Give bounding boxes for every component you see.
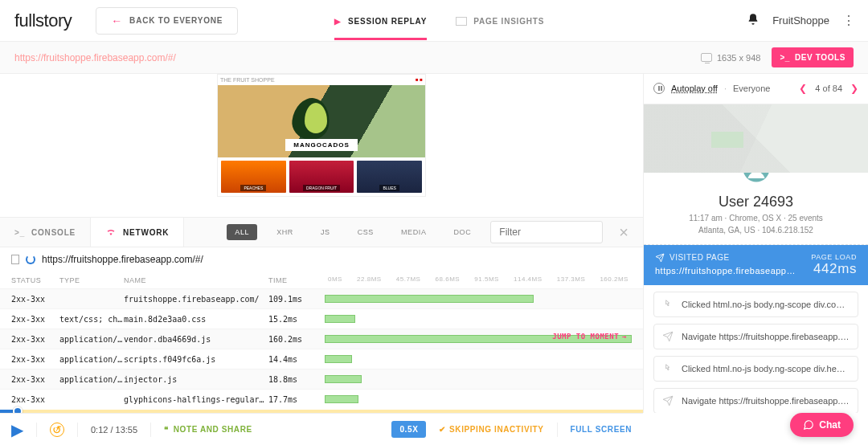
- play-bar: ▶ 7 0:12 / 13:55 ❝ NOTE AND SHARE 0.5X ✔…: [0, 413, 643, 445]
- pause-icon[interactable]: [653, 83, 665, 94]
- logo: fullstory: [14, 10, 72, 31]
- rewind-button[interactable]: 7: [50, 423, 64, 437]
- hero-label: MANGOCADOS: [285, 139, 358, 151]
- tab-network[interactable]: NETWORK: [90, 218, 184, 247]
- playback-time: 0:12 / 13:55: [91, 425, 137, 435]
- chat-widget[interactable]: Chat: [790, 413, 854, 437]
- wifi-icon: [105, 227, 117, 237]
- thumb: DRAGON FRUIT: [289, 161, 354, 193]
- tab-session-replay[interactable]: ▶ SESSION REPLAY: [334, 2, 427, 39]
- quote-icon: ❝: [164, 425, 169, 434]
- monitor-icon: [701, 53, 712, 62]
- reload-icon[interactable]: [26, 255, 35, 264]
- event-item[interactable]: Navigate https://fruitshoppe.firebaseapp…: [653, 324, 858, 349]
- skip-inactivity-toggle[interactable]: ✔ SKIPPING INACTIVITY: [439, 425, 543, 434]
- recorded-page: THE FRUIT SHOPPE■ ■ MANGOCADOS PEACHES D…: [217, 74, 426, 197]
- chat-bubble-icon: [803, 419, 814, 431]
- document-icon: [11, 255, 19, 264]
- arrow-left-icon: ←: [111, 14, 123, 27]
- thumb: BLUES: [357, 161, 422, 193]
- tab-console[interactable]: >_ CONSOLE: [0, 218, 90, 247]
- tab-page-insights[interactable]: PAGE INSIGHTS: [456, 2, 544, 39]
- kebab-menu-icon[interactable]: ⋮: [842, 13, 854, 28]
- devtools-tabs: >_ CONSOLE NETWORK ALL XHR JS CSS MEDIA …: [0, 217, 643, 247]
- event-item[interactable]: Clicked html.no-js body.ng-scope div.hea…: [653, 356, 858, 382]
- filter-all[interactable]: ALL: [227, 224, 257, 240]
- top-right: FruitShoppe ⋮: [747, 13, 854, 29]
- network-row[interactable]: 2xx-3xxglyphicons-halflings-regular.wof1…: [0, 389, 643, 409]
- top-bar: fullstory ← BACK TO EVERYONE ▶ SESSION R…: [0, 0, 868, 42]
- session-position: 4 of 84: [815, 84, 842, 93]
- event-item[interactable]: Navigate https://fruitshoppe.firebaseapp…: [653, 388, 858, 413]
- segment-label: Everyone: [733, 84, 770, 93]
- autoplay-toggle[interactable]: Autoplay off: [671, 84, 718, 93]
- fullscreen-button[interactable]: FULL SCREEN: [571, 425, 632, 434]
- url-bar: https://fruitshoppe.firebaseapp.com/#/ 1…: [0, 42, 868, 74]
- network-row[interactable]: 2xx-3xxapplication/…injector.js18.8ms: [0, 369, 643, 389]
- user-meta-2: Atlanta, GA, US · 104.6.218.152: [653, 226, 858, 235]
- navigate-icon: [662, 331, 674, 342]
- session-url: https://fruitshoppe.firebaseapp.com/#/: [14, 52, 176, 63]
- account-name[interactable]: FruitShoppe: [772, 14, 829, 27]
- network-row[interactable]: 2xx-3xxapplication/…scripts.f049fc6a.js1…: [0, 349, 643, 369]
- back-label: BACK TO EVERYONE: [129, 16, 223, 25]
- filter-js[interactable]: JS: [313, 224, 338, 240]
- user-meta-1: 11:17 am · Chrome, OS X · 25 events: [653, 214, 858, 222]
- playback-speed-button[interactable]: 0.5X: [391, 421, 426, 438]
- event-item[interactable]: Clicked html.no-js body.ng-scope div.con…: [653, 292, 858, 317]
- request-url: https://fruitshoppe.firebaseapp.com/#/: [42, 254, 203, 265]
- timeline-ticks: 0ms22.8ms45.7ms68.6ms91.5ms114.4ms137.3m…: [325, 276, 632, 284]
- user-name[interactable]: User 24693: [653, 194, 858, 210]
- network-table: STATUS TYPE NAME TIME 0ms22.8ms45.7ms68.…: [0, 271, 643, 409]
- network-row[interactable]: 2xx-3xxapplication/…vendor.dba4669d.js16…: [0, 329, 643, 349]
- right-sidebar: Autoplay off · Everyone ❮ 4 of 84 ❯ User…: [643, 74, 868, 413]
- filter-css[interactable]: CSS: [350, 224, 382, 240]
- notifications-icon[interactable]: [747, 13, 760, 29]
- filter-doc[interactable]: DOC: [446, 224, 480, 240]
- paper-plane-icon: [655, 253, 665, 263]
- tab-session-replay-label: SESSION REPLAY: [348, 17, 427, 26]
- request-url-row: https://fruitshoppe.firebaseapp.com/#/: [0, 247, 643, 271]
- note-and-share-button[interactable]: ❝ NOTE AND SHARE: [164, 425, 252, 434]
- play-button[interactable]: ▶: [11, 420, 23, 439]
- thumb: PEACHES: [221, 161, 286, 193]
- play-icon: ▶: [334, 17, 342, 26]
- next-session-button[interactable]: ❯: [850, 83, 858, 94]
- user-location-map: [644, 104, 868, 173]
- tab-page-insights-label: PAGE INSIGHTS: [473, 17, 544, 26]
- check-icon: ✔: [439, 425, 446, 434]
- dev-tools-button[interactable]: >_ DEV TOOLS: [772, 47, 854, 67]
- replay-canvas: THE FRUIT SHOPPE■ ■ MANGOCADOS PEACHES D…: [0, 74, 643, 217]
- terminal-icon: >_: [780, 53, 790, 62]
- close-devtools-icon[interactable]: ×: [614, 223, 633, 242]
- filter-input[interactable]: [490, 221, 603, 243]
- network-row[interactable]: 2xx-3xxfruitshoppe.firebaseapp.com/109.1…: [0, 288, 643, 308]
- navigate-icon: [662, 395, 674, 406]
- hero-image: MANGOCADOS: [218, 85, 425, 157]
- arrow-right-icon: →: [622, 333, 627, 341]
- prev-session-button[interactable]: ❮: [799, 83, 807, 94]
- click-icon: [662, 299, 674, 310]
- network-row[interactable]: 2xx-3xxtext/css; ch…main.8d2e3aa0.css15.…: [0, 308, 643, 329]
- click-icon: [662, 363, 674, 374]
- back-to-everyone-button[interactable]: ← BACK TO EVERYONE: [96, 7, 238, 35]
- top-tabs: ▶ SESSION REPLAY PAGE INSIGHTS: [334, 2, 544, 39]
- window-icon: [456, 17, 467, 26]
- terminal-icon: >_: [14, 228, 25, 237]
- event-list: Clicked html.no-js body.ng-scope div.con…: [644, 285, 868, 413]
- filter-xhr[interactable]: XHR: [268, 224, 301, 240]
- visited-page-card[interactable]: VISITED PAGE https://fruitshoppe.firebas…: [644, 245, 868, 285]
- viewport-resolution: 1635 x 948: [701, 53, 760, 63]
- filter-media[interactable]: MEDIA: [393, 224, 435, 240]
- jump-to-moment-button[interactable]: JUMP TO MOMENT →: [552, 333, 627, 341]
